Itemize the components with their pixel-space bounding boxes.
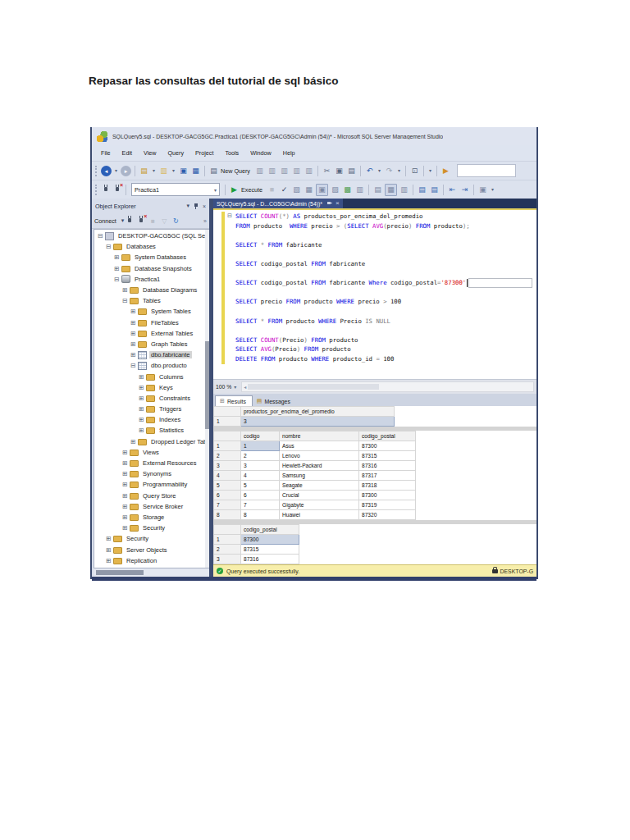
expand-icon[interactable]: ⊞ (121, 524, 129, 532)
grid-cell[interactable]: 87300 (359, 441, 416, 451)
new-database-engine-query-icon[interactable]: ▥ (254, 166, 265, 176)
grid-cell[interactable]: 87317 (359, 471, 416, 481)
zoom-level[interactable]: 100 % (216, 384, 231, 390)
tree-item-external-resources[interactable]: ⊞External Resources (94, 458, 205, 468)
expand-icon[interactable]: ⊞ (121, 470, 129, 477)
row-number[interactable]: 4 (214, 471, 241, 481)
query-document-tab[interactable]: SQLQuery5.sql - D...CG5GC\Admin (54))* × (213, 199, 343, 208)
tree-item-tables[interactable]: ⊟Tables (94, 295, 205, 306)
grid-cell[interactable]: Asus (280, 441, 359, 451)
row-number[interactable]: 1 (214, 441, 241, 451)
tree-item-database-diagrams[interactable]: ⊞Database Diagrams (94, 285, 205, 295)
disconnect-icon[interactable]: × (113, 185, 121, 194)
collapse-icon[interactable]: ⊟ (130, 362, 137, 369)
tree-item-programmability[interactable]: ⊞Programmability (94, 479, 205, 490)
tree-item-synonyms[interactable]: ⊞Synonyms (94, 468, 205, 479)
tree-item-desktop-gacg5gc-sql-ser[interactable]: ⊟DESKTOP-GACG5GC (SQL Ser (94, 231, 205, 241)
expand-icon[interactable]: ⊞ (138, 384, 145, 391)
expand-icon[interactable]: ⊞ (138, 416, 145, 423)
connect-icon[interactable] (126, 216, 134, 226)
close-icon[interactable]: × (203, 203, 206, 209)
editor-horizontal-scrollbar[interactable]: ◂ (241, 381, 534, 392)
disabled-dropdown-icon[interactable]: ▾ (427, 166, 433, 176)
tree-item-indexes[interactable]: ⊞Indexes (94, 414, 205, 425)
menu-window[interactable]: Window (244, 148, 277, 158)
tree-item-dbo-producto[interactable]: ⊟dbo.producto (94, 360, 205, 371)
tree-item-security[interactable]: ⊞Security (94, 533, 205, 544)
results-to-file-icon[interactable]: ▥ (399, 185, 409, 195)
available-databases-combo[interactable]: Practica1▾ (131, 183, 220, 196)
row-number[interactable]: 3 (214, 461, 241, 471)
row-number[interactable]: 1 (214, 417, 241, 427)
indent-icon[interactable]: ⇥ (459, 185, 470, 195)
collapse-icon[interactable]: ⊟ (105, 243, 112, 250)
expand-icon[interactable]: ⊞ (138, 427, 145, 434)
tree-item-keys[interactable]: ⊞Keys (94, 382, 205, 393)
execute-icon[interactable]: ▶ (229, 185, 240, 195)
chevron-down-icon[interactable]: ▾ (214, 187, 217, 193)
grid-cell[interactable]: 87316 (241, 555, 299, 564)
grid-cell[interactable]: Seagate (280, 481, 359, 491)
grid-cell[interactable]: 4 (241, 471, 280, 481)
tree-item-service-broker[interactable]: ⊞Service Broker (94, 501, 205, 512)
grid-corner[interactable] (214, 431, 241, 441)
collapse-region-icon[interactable]: ⊟ (227, 212, 235, 221)
menu-project[interactable]: Project (189, 148, 219, 158)
toolbar-overflow-icon[interactable]: ▾ (490, 185, 495, 195)
open-file-dropdown-icon[interactable]: ▾ (171, 166, 176, 176)
navigate-backward-icon[interactable]: ◂ (101, 166, 112, 176)
expand-icon[interactable]: ⊞ (121, 503, 129, 510)
quick-launch-search[interactable] (457, 164, 516, 177)
tree-item-columns[interactable]: ⊞Columns (94, 371, 205, 381)
grid-cell[interactable]: 8 (241, 510, 280, 520)
undo-icon[interactable]: ↶ (364, 166, 375, 176)
save-icon[interactable]: ▣ (178, 166, 189, 176)
cancel-query-icon[interactable]: ■ (267, 185, 277, 195)
scrollbar-thumb[interactable] (96, 570, 144, 575)
sqlcmd-mode-icon[interactable]: ▣ (477, 185, 488, 195)
expand-icon[interactable]: ⊞ (105, 546, 112, 554)
comment-icon[interactable]: ▤ (417, 185, 427, 195)
new-file-icon[interactable]: ▤ (139, 166, 149, 176)
connect-button[interactable]: Connect (94, 217, 116, 225)
new-dmx-query-icon[interactable]: ▥ (279, 166, 290, 176)
grid-cell[interactable]: 1 (241, 441, 280, 451)
column-header-nombre[interactable]: nombre (280, 431, 359, 441)
expand-icon[interactable]: ⊞ (113, 253, 121, 261)
expand-icon[interactable]: ⊞ (121, 459, 129, 467)
expand-icon[interactable]: ⊞ (130, 340, 137, 348)
grid-cell[interactable]: 87320 (359, 510, 416, 520)
tree-item-filetables[interactable]: ⊞FileTables (94, 317, 205, 328)
pin-icon[interactable] (193, 203, 199, 210)
live-query-statistics-icon[interactable]: ▩ (342, 185, 353, 195)
tree-item-databases[interactable]: ⊟Databases (94, 241, 205, 252)
column-header-codigo[interactable]: codigo (241, 431, 280, 441)
scrollbar-thumb[interactable] (205, 341, 209, 429)
row-number[interactable]: 1 (214, 535, 241, 545)
row-number[interactable]: 5 (214, 481, 241, 491)
new-file-dropdown-icon[interactable]: ▾ (151, 166, 157, 176)
expand-icon[interactable]: ⊞ (105, 535, 112, 542)
pin-icon[interactable] (326, 200, 332, 207)
paste-icon[interactable]: ▤ (346, 166, 357, 176)
navigate-forward-icon[interactable]: ▸ (121, 166, 131, 176)
sql-editor[interactable]: ⊟SELECT COUNT(*) AS productos_por_encima… (213, 210, 536, 379)
window-layout-icon[interactable]: ⊡ (409, 166, 420, 176)
expand-icon[interactable]: ⊞ (105, 557, 112, 564)
tree-item-database-snapshots[interactable]: ⊞Database Snapshots (94, 263, 205, 274)
grid-cell[interactable]: Huawei (280, 510, 359, 520)
grid-cell[interactable]: 6 (241, 491, 280, 500)
tree-item-security[interactable]: ⊞Security (94, 523, 205, 533)
open-file-icon[interactable]: ▥ (158, 166, 169, 176)
tree-item-triggers[interactable]: ⊞Triggers (94, 404, 205, 414)
intellisense-icon[interactable]: ▣ (316, 184, 328, 196)
menu-query[interactable]: Query (162, 148, 189, 158)
results-to-text-icon[interactable]: ▤ (372, 185, 383, 195)
tree-item-external-tables[interactable]: ⊞External Tables (94, 328, 205, 339)
row-number[interactable]: 3 (214, 555, 241, 564)
close-icon[interactable]: × (336, 200, 340, 207)
grid-cell[interactable]: 87300 (359, 491, 416, 500)
include-actual-plan-icon[interactable]: ▨ (330, 185, 340, 195)
cut-icon[interactable]: ✂ (322, 166, 332, 176)
redo-icon[interactable]: ↷ (384, 166, 395, 176)
